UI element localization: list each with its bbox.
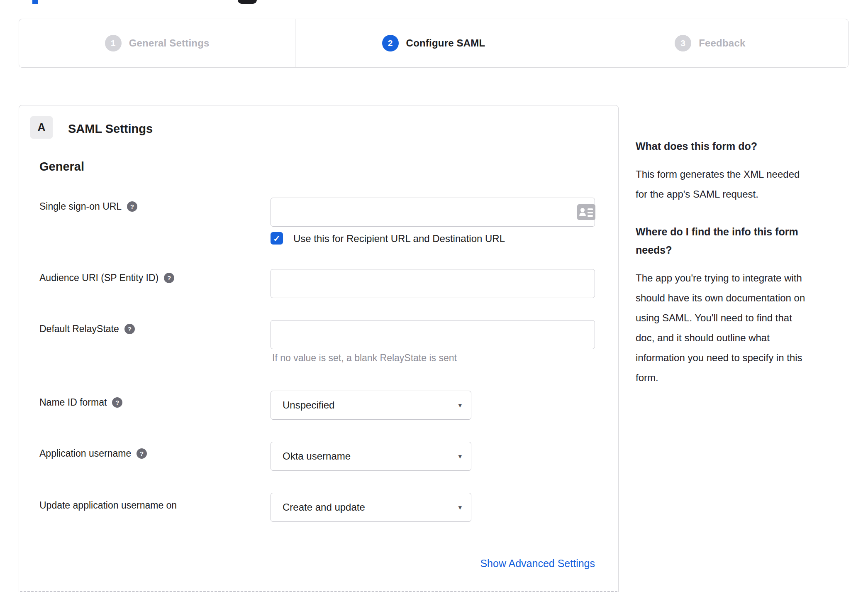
audience-uri-label-text: Audience URI (SP Entity ID) xyxy=(39,272,158,284)
step-number-badge: 1 xyxy=(105,35,122,51)
application-username-select[interactable]: Okta username ▾ xyxy=(271,442,471,471)
step-feedback[interactable]: 3 Feedback xyxy=(572,19,848,67)
help-body: This form generates the XML needed for t… xyxy=(636,164,845,204)
section-a-badge: A xyxy=(30,116,53,139)
chevron-down-icon: ▾ xyxy=(458,401,462,410)
relaystate-hint: If no value is set, a blank RelayState i… xyxy=(272,352,457,364)
show-advanced-settings-link[interactable]: Show Advanced Settings xyxy=(480,558,595,570)
help-heading: What does this form do? xyxy=(636,137,845,155)
sso-url-input[interactable] xyxy=(271,198,595,227)
step-general-settings[interactable]: 1 General Settings xyxy=(19,19,295,67)
name-id-format-label-text: Name ID format xyxy=(39,397,107,408)
help-body: The app you're trying to integrate with … xyxy=(636,268,845,388)
help-icon[interactable] xyxy=(127,201,137,212)
application-username-label-text: Application username xyxy=(39,448,131,459)
step-number-badge: 3 xyxy=(675,35,691,51)
sso-url-label-text: Single sign-on URL xyxy=(39,201,122,212)
help-icon[interactable] xyxy=(124,324,135,334)
recipient-url-checkbox-label: Use this for Recipient URL and Destinati… xyxy=(293,233,505,245)
default-relaystate-input[interactable] xyxy=(271,320,595,349)
name-id-format-select[interactable]: Unspecified ▾ xyxy=(271,391,471,420)
help-heading: Where do I find the info this form needs… xyxy=(636,223,845,259)
audience-uri-input[interactable] xyxy=(271,269,595,298)
help-icon[interactable] xyxy=(137,448,147,459)
step-label: Feedback xyxy=(699,37,745,49)
audience-uri-label: Audience URI (SP Entity ID) xyxy=(39,272,174,284)
saml-settings-title: SAML Settings xyxy=(68,122,153,136)
chevron-down-icon: ▾ xyxy=(458,452,462,461)
step-label: General Settings xyxy=(129,37,210,49)
update-username-label-text: Update application username on xyxy=(39,500,177,511)
help-section: Where do I find the info this form needs… xyxy=(636,223,845,388)
help-section: What does this form do? This form genera… xyxy=(636,137,845,204)
update-username-label: Update application username on xyxy=(39,500,177,511)
step-number-badge: 2 xyxy=(382,35,399,51)
help-icon[interactable] xyxy=(164,273,174,283)
application-username-label: Application username xyxy=(39,448,147,459)
recipient-url-checkbox[interactable] xyxy=(271,232,283,245)
application-username-value: Okta username xyxy=(283,450,351,462)
saml-settings-card: A SAML Settings General Single sign-on U… xyxy=(19,105,619,592)
clipped-blue-fragment xyxy=(32,0,38,4)
step-configure-saml[interactable]: 2 Configure SAML xyxy=(295,19,571,67)
name-id-format-label: Name ID format xyxy=(39,397,122,408)
name-id-format-value: Unspecified xyxy=(283,399,334,411)
help-icon[interactable] xyxy=(112,397,122,408)
clipped-dark-fragment xyxy=(238,0,257,4)
sso-url-label: Single sign-on URL xyxy=(39,201,137,212)
general-group-title: General xyxy=(39,160,84,174)
default-relaystate-label: Default RelayState xyxy=(39,323,135,335)
wizard-stepper: 1 General Settings 2 Configure SAML 3 Fe… xyxy=(19,19,848,68)
saml-configuration-page: 1 General Settings 2 Configure SAML 3 Fe… xyxy=(0,0,868,592)
step-label: Configure SAML xyxy=(406,37,485,49)
default-relaystate-label-text: Default RelayState xyxy=(39,323,119,335)
chevron-down-icon: ▾ xyxy=(458,503,462,512)
update-username-select[interactable]: Create and update ▾ xyxy=(271,493,471,522)
help-panel: What does this form do? This form genera… xyxy=(636,137,845,388)
contact-card-icon xyxy=(577,204,595,220)
update-username-value: Create and update xyxy=(283,501,365,513)
